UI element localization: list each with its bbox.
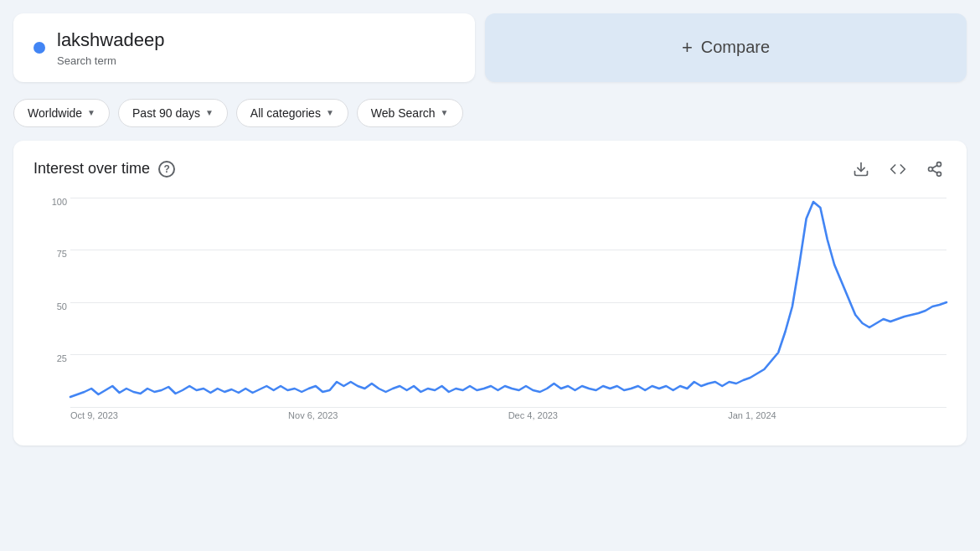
search-type-filter-arrow: ▼ <box>441 108 449 117</box>
chart-header: Interest over time ? <box>34 157 946 181</box>
share-button[interactable] <box>923 157 946 181</box>
chart-y-axis: 100 75 50 25 <box>34 198 67 407</box>
chart-plot-area <box>70 198 946 407</box>
trend-line-svg <box>70 198 946 407</box>
chart-section: Interest over time ? <box>13 141 967 445</box>
chart-title-area: Interest over time ? <box>34 160 175 178</box>
search-type-filter[interactable]: Web Search ▼ <box>357 99 463 127</box>
embed-button[interactable] <box>886 157 910 181</box>
search-type-filter-label: Web Search <box>371 106 436 120</box>
search-term-info: lakshwadeep Search term <box>57 28 164 67</box>
region-filter[interactable]: Worldwide ▼ <box>13 99 110 127</box>
svg-line-4 <box>932 170 937 173</box>
region-filter-label: Worldwide <box>28 106 82 120</box>
region-filter-arrow: ▼ <box>87 108 95 117</box>
search-term-card: lakshwadeep Search term <box>13 13 475 82</box>
search-term-label: Search term <box>57 54 164 67</box>
y-label-100: 100 <box>34 198 67 207</box>
x-label-nov: Nov 6, 2023 <box>288 410 338 420</box>
x-label-oct: Oct 9, 2023 <box>70 410 118 420</box>
compare-plus-icon: + <box>682 37 693 59</box>
y-label-50: 50 <box>34 302 67 312</box>
filters-section: Worldwide ▼ Past 90 days ▼ All categorie… <box>0 92 980 137</box>
chart-actions <box>849 157 946 181</box>
y-label-25: 25 <box>34 354 67 363</box>
compare-label: Compare <box>701 38 770 57</box>
chart-title: Interest over time <box>34 160 150 178</box>
help-icon[interactable]: ? <box>158 161 175 178</box>
download-button[interactable] <box>849 157 873 181</box>
time-filter[interactable]: Past 90 days ▼ <box>118 99 228 127</box>
category-filter-arrow: ▼ <box>326 108 334 117</box>
code-icon <box>890 161 906 178</box>
svg-line-5 <box>932 165 937 167</box>
search-term-dot <box>34 42 45 54</box>
x-label-jan: Jan 1, 2024 <box>728 410 776 420</box>
chart-container: 100 75 50 25 Oct 9, 2023 <box>34 198 946 432</box>
category-filter-label: All categories <box>250 106 321 120</box>
compare-card[interactable]: + Compare <box>485 13 967 82</box>
category-filter[interactable]: All categories ▼ <box>236 99 348 127</box>
time-filter-label: Past 90 days <box>132 106 200 120</box>
trend-polyline <box>70 202 946 397</box>
time-filter-arrow: ▼ <box>205 108 214 117</box>
download-icon <box>853 161 869 178</box>
share-icon <box>926 161 943 178</box>
y-label-75: 75 <box>34 250 67 259</box>
top-section: lakshwadeep Search term + Compare <box>0 0 980 92</box>
x-label-dec: Dec 4, 2023 <box>508 410 558 420</box>
x-axis: Oct 9, 2023 Nov 6, 2023 Dec 4, 2023 Jan … <box>70 407 946 432</box>
search-term-name: lakshwadeep <box>57 28 164 53</box>
